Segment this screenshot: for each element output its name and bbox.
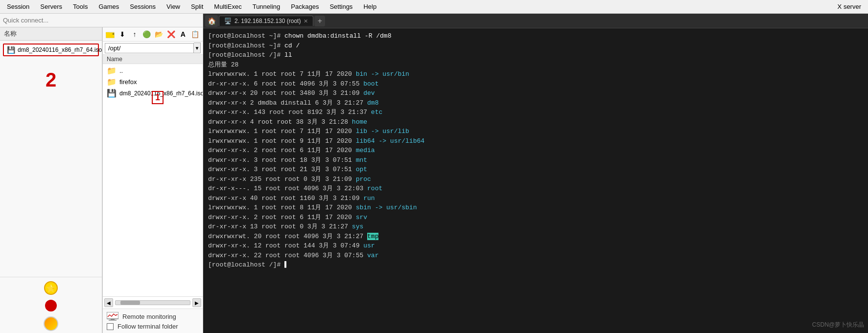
home-tab-button[interactable]: 🏠 [205,15,218,27]
terminal-line-opt: drwxr-xr-x. 3 root root 21 3月 3 07:51 op… [208,165,863,175]
file-list-header: Name [103,55,203,64]
proc-perms: dr-xr-xr-x 235 root root 0 3月 3 21:09 [208,176,356,183]
terminal-line-usr: drwxr-xr-x. 12 root root 144 3月 3 07:49 … [208,241,863,251]
terminal-line-total: 总用量 28 [208,60,863,70]
terminal-line-dev: drwxr-xr-x 20 root root 3480 3月 3 21:09 … [208,89,863,98]
scroll-right-button[interactable]: ▶ [192,298,201,307]
quick-connect-input[interactable] [3,17,200,24]
terminal-tab-1[interactable]: 🖥️ 2. 192.168.152.130 (root) ✕ [219,16,313,26]
usr-name: usr [363,242,375,249]
terminal-line-2: [root@localhost /]# ll [208,50,863,60]
terminal-line-media: drwxr-xr-x. 2 root root 6 11月 17 2020 me… [208,146,863,155]
scroll-track[interactable] [115,300,190,305]
menu-item-packages[interactable]: Packages [286,1,324,12]
toolbar-btn-folder[interactable]: 📂 [153,29,164,40]
prompt-0: [root@localhost ~]# [208,32,284,40]
file-name-parent: .. [119,67,123,74]
prompt-last: [root@localhost /]# [208,261,284,268]
file-row-parent[interactable]: 📁 .. [103,65,203,76]
mnt-perms: drwxr-xr-x. 3 root root 18 3月 3 07:51 [208,156,356,164]
left-panel-header: 名称 [0,27,102,41]
toolbar-btn-delete[interactable]: ❌ [165,29,177,40]
left-names-content: 💾 dm8_20240116_x86_rh7_64.iso 2 [0,41,102,277]
add-tab-button[interactable]: + [314,16,325,26]
menu-item-xserver[interactable]: X server [833,1,866,12]
menu-item-help[interactable]: Help [358,1,381,12]
terminal-line-etc: drwxr-xr-x. 143 root root 8192 3月 3 21:3… [208,108,863,117]
run-perms: drwxr-xr-x 40 root root 1160 3月 3 21:09 [208,195,363,202]
toolbar-btn-download[interactable]: ⬇ [117,29,128,40]
terminal-line-prompt-last: [root@localhost /]# ▌ [208,260,863,270]
terminal-line-srv: drwxr-xr-x. 2 root root 6 11月 17 2020 sr… [208,213,863,222]
menu-item-session[interactable]: Session [2,1,34,12]
selected-file-entry[interactable]: 💾 dm8_20240116_x86_rh7_64.iso [3,44,99,56]
toolbar-btn-clipboard[interactable]: 📋 [189,29,201,40]
orange-circle-button[interactable] [44,316,58,331]
right-file-section: + ⬇ ↑ 🟢 📂 ❌ A 📋 ▼ Name [103,27,203,333]
var-name: var [367,252,378,259]
svg-rect-5 [109,320,117,321]
lib64-perms: lrwxrwxrwx. 1 root root 9 11月 17 2020 [208,137,356,145]
number-label-2: 2 [0,59,102,101]
dm8-perms: drwxr-xr-x 2 dmdba dinstall 6 3月 3 21:27 [208,99,367,107]
remote-monitoring-label: Remote monitoring [122,313,176,320]
cmd-0: chown dmdba:dinstall -R /dm8 [284,32,391,40]
menu-item-split[interactable]: Split [186,1,208,12]
toolbar-btn-rename[interactable]: A [178,29,189,40]
terminal-line-lib64: lrwxrwxrwx. 1 root root 9 11月 17 2020 li… [208,136,863,146]
menu-item-tools[interactable]: Tools [68,1,93,12]
terminal-content[interactable]: [root@localhost ~]# chown dmdba:dinstall… [203,28,868,333]
tmp-perms: drwxrwxrwt. 20 root root 4096 3月 3 21:27 [208,233,367,240]
toolbar-btn-new-folder[interactable]: + [105,29,116,40]
terminal-line-bin: lrwxrwxrwx. 1 root root 7 11月 17 2020 bi… [208,69,863,79]
menu-item-servers[interactable]: Servers [35,1,67,12]
sys-perms: dr-xr-xr-x 13 root root 0 3月 3 21:27 [208,223,352,230]
lib-name: lib -> usr/lib [356,128,409,135]
scroll-thumb[interactable] [120,301,140,305]
disk-icon: 💾 [7,46,15,54]
terminal-line-sys: dr-xr-xr-x 13 root root 0 3月 3 21:27 sys [208,222,863,232]
main-area: 名称 💾 dm8_20240116_x86_rh7_64.iso 2 ⭐ [0,14,868,333]
terminal-line-1: [root@localhost ~]# cd / [208,41,863,51]
red-dot-button[interactable] [45,300,57,311]
run-name: run [363,195,375,202]
terminal-line-tmp: drwxrwxrwt. 20 root root 4096 3月 3 21:27… [208,232,863,242]
media-name: media [356,147,375,154]
follow-terminal-row: Follow terminal folder [107,323,199,330]
scroll-left-button[interactable]: ◀ [104,298,113,307]
dm8-name: dm8 [367,99,378,107]
svg-rect-4 [111,319,115,320]
boot-name: boot [363,80,378,88]
menu-item-sessions[interactable]: Sessions [125,1,161,12]
file-name-firefox: firefox [119,78,137,86]
menu-item-view[interactable]: View [162,1,185,12]
terminal-panel: 🏠 🖥️ 2. 192.168.152.130 (root) ✕ + [root… [203,14,868,333]
watermark: CSDN@萝卜快乐晶 [812,321,864,329]
toolbar-btn-upload[interactable]: ↑ [129,29,141,40]
terminal-tabs: 🏠 🖥️ 2. 192.168.152.130 (root) ✕ + [203,14,868,28]
quick-connect-bar [0,14,203,27]
file-icon-iso: 💾 [107,89,117,98]
var-perms: drwxr-xr-x. 22 root root 4096 3月 3 07:55 [208,252,367,259]
terminal-tab-close[interactable]: ✕ [304,19,308,24]
path-dropdown-button[interactable]: ▼ [194,43,201,53]
toolbar-btn-new[interactable]: 🟢 [141,29,152,40]
menu-item-tunneling[interactable]: Tunneling [248,1,285,12]
follow-terminal-checkbox[interactable] [107,323,114,330]
root-perms: dr-xr-x---. 15 root root 4096 3月 3 22:03 [208,185,367,192]
file-toolbar: + ⬇ ↑ 🟢 📂 ❌ A 📋 [103,27,203,42]
menu-item-games[interactable]: Games [94,1,124,12]
path-input[interactable] [105,43,194,53]
srv-name: srv [356,214,367,221]
file-row-firefox[interactable]: 📁 firefox [103,76,203,88]
follow-terminal-label: Follow terminal folder [117,323,178,330]
horizontal-scrollbar[interactable]: ◀ ▶ [103,296,203,309]
terminal-line-boot: dr-xr-xr-x. 6 root root 4096 3月 3 07:55 … [208,79,863,89]
sbin-name: sbin -> usr/sbin [356,204,417,211]
star-button[interactable]: ⭐ [44,281,58,295]
menu-item-multiexec[interactable]: MultiExec [209,1,246,12]
terminal-line-run: drwxr-xr-x 40 root root 1160 3月 3 21:09 … [208,194,863,203]
menu-item-settings[interactable]: Settings [325,1,357,12]
monitor-icon [107,312,118,321]
terminal-line-root: dr-xr-x---. 15 root root 4096 3月 3 22:03… [208,184,863,194]
